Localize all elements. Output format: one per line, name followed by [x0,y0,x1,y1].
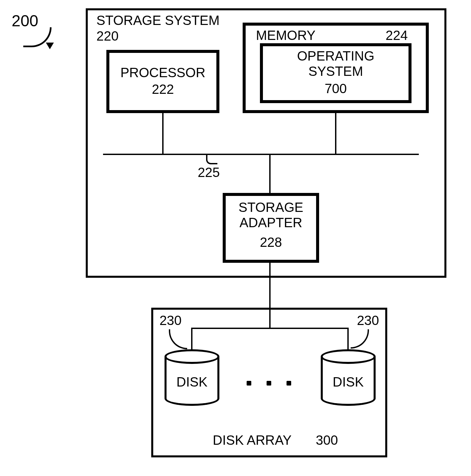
disk-array-ref: 300 [316,432,338,448]
bus-to-adapter-line [269,154,271,193]
memory-to-bus-line [335,113,336,154]
processor-title: PROCESSOR [106,65,219,80]
diagram-canvas: 200 STORAGE SYSTEM 220 PROCESSOR 222 MEM… [0,0,471,476]
array-bus-h [191,328,349,329]
disk-left-label: DISK [165,375,219,390]
memory-title: MEMORY [256,28,315,43]
bus-ref-leader [206,155,217,164]
disk-right-cylinder: DISK [321,349,376,406]
disk-array-title: DISK ARRAY [213,432,292,448]
disk-right-label: DISK [321,375,376,390]
disk-left-ref: 230 [156,313,185,328]
storage-system-title: STORAGE SYSTEM [96,13,219,28]
storage-adapter-ref: 228 [223,235,319,250]
figure-ref-arrowhead [46,43,54,49]
disk-right-ref: 230 [353,313,383,328]
processor-ref: 222 [106,81,219,97]
disk-left-cylinder: DISK [165,349,219,406]
bus-line [103,154,419,155]
bus-ref: 225 [192,165,225,180]
processor-to-bus-line [162,113,164,154]
memory-ref: 224 [386,28,408,43]
array-bus-right-drop [347,328,349,351]
storage-system-ref: 220 [96,28,119,44]
ellipsis-dot [247,381,251,386]
operating-system-ref: 700 [260,81,412,96]
ellipsis-dot [287,381,291,386]
ellipsis-dot [267,381,271,386]
operating-system-title: OPERATING SYSTEM [260,48,412,79]
array-bus-left-drop [191,328,192,351]
storage-adapter-title: STORAGE ADAPTER [223,200,319,230]
